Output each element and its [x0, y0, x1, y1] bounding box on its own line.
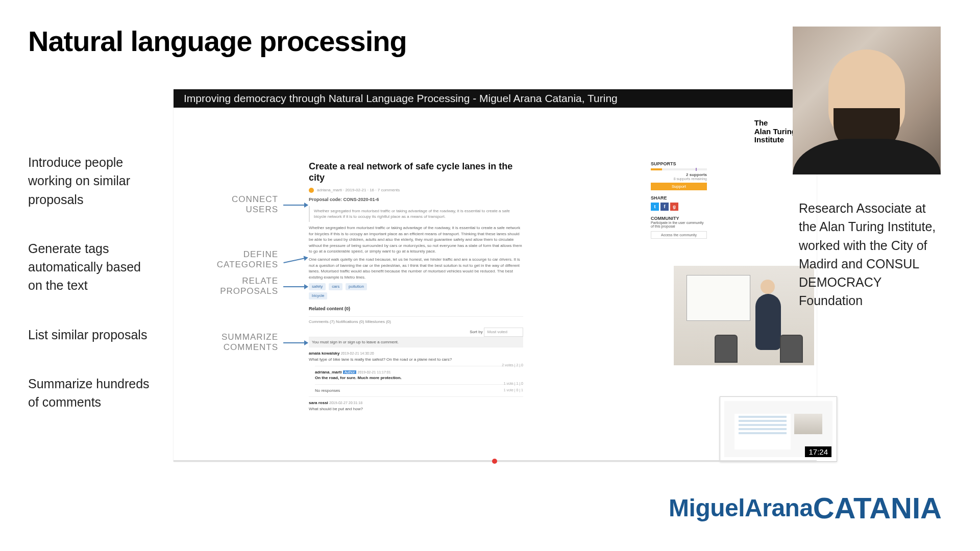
- community-label: COMMUNITY: [651, 216, 707, 221]
- proposal-paragraph: One cannot walk quietly on the road beca…: [309, 257, 523, 280]
- community-text: Participate in the user community of thi…: [651, 221, 707, 228]
- logo-line: Alan Turing: [754, 128, 796, 136]
- progress-marker: [696, 168, 697, 171]
- vote-count: 1 vote | 1 | 0: [504, 381, 523, 386]
- community-button[interactable]: Access the community: [651, 231, 707, 239]
- first-name: MiguelArana: [669, 494, 813, 521]
- support-count: 2 supports: [651, 172, 707, 177]
- tag[interactable]: bicycle: [309, 292, 327, 299]
- comment-text: What type of bike lane is really the saf…: [309, 357, 523, 363]
- support-button[interactable]: Support: [651, 183, 707, 190]
- annot-connect: CONNECT USERS: [197, 194, 278, 215]
- projector-screen: [687, 275, 750, 321]
- progress-dot-icon[interactable]: [492, 459, 497, 464]
- author-row: adriana_marti · 2019-02-21 · 16 · 7 comm…: [309, 187, 523, 193]
- avatar-icon: [309, 188, 314, 193]
- comment-date: 2019-02-21 11:17:01: [358, 370, 391, 374]
- video-progress[interactable]: [174, 460, 817, 462]
- logo-line: Institute: [754, 136, 796, 144]
- comment: sara rossi 2019-02-27 20:31:18 What shou…: [309, 396, 523, 415]
- tag[interactable]: pollution: [346, 283, 367, 290]
- comment-reply: adriana_marti Author 2019-02-21 11:17:01…: [315, 366, 523, 384]
- thumb-inset: [794, 414, 822, 434]
- progress-bar: [651, 168, 707, 170]
- bullet-2: Generate tags automatically based on the…: [28, 239, 156, 295]
- vote-count: 2 votes | 2 | 0: [502, 363, 523, 368]
- comment-date: 2019-02-21 14:30:20: [341, 352, 374, 355]
- chair: [715, 335, 738, 363]
- video-body: The Alan Turing Institute CONNECT USERS …: [174, 108, 817, 462]
- headshot-photo: [793, 27, 941, 174]
- vote-count: 1 vote | 0 | 1: [504, 388, 523, 393]
- thumb-timestamp: 17:24: [805, 446, 831, 457]
- support-remaining: 8 supports remaining: [651, 177, 707, 181]
- video-thumbnail[interactable]: 17:24: [720, 396, 837, 462]
- chair: [780, 335, 803, 363]
- sort-row: Sort by Most voted: [309, 328, 523, 337]
- annot-relate: RELATE PROPOSALS: [197, 276, 278, 296]
- speaker-figure: [755, 294, 781, 350]
- comment-author: amaia kowalsky: [309, 351, 339, 356]
- annot-summarize: SUMMARIZE COMMENTS: [197, 332, 278, 353]
- author-badge: Author: [343, 370, 357, 374]
- supports-header: SUPPORTS: [651, 161, 707, 166]
- sort-select[interactable]: Most voted: [484, 328, 523, 337]
- thumb-slide: [734, 414, 791, 449]
- bio-text: Research Associate at the Alan Turing In…: [799, 199, 942, 310]
- comment-meta: No responses: [315, 388, 340, 393]
- comment-text: On the road, for sure. Much more protect…: [315, 375, 523, 381]
- sort-label: Sort by: [470, 330, 482, 334]
- twitter-icon[interactable]: t: [651, 203, 659, 211]
- bullet-3: List similar proposals: [28, 325, 156, 344]
- related-label: Related content (0): [309, 306, 523, 312]
- speaker-name: MiguelAranaCATANIA: [669, 489, 942, 523]
- tag[interactable]: cars: [329, 283, 342, 290]
- annot-define: DEFINE CATEGORIES: [197, 249, 278, 270]
- last-name: CATANIA: [813, 491, 942, 524]
- bullet-1: Introduce people working on similar prop…: [28, 153, 156, 209]
- left-bullets: Introduce people working on similar prop…: [28, 153, 156, 411]
- tag[interactable]: safety: [309, 283, 326, 290]
- arrow-icon: [283, 205, 308, 206]
- logo-line: The: [754, 119, 796, 128]
- comment-text: What should be put and how?: [309, 406, 523, 412]
- progress-fill: [651, 168, 662, 170]
- google-icon[interactable]: g: [670, 203, 678, 211]
- comment: amaia kowalsky 2019-02-21 14:30:20 What …: [309, 347, 523, 365]
- video-embed: Improving democracy through Natural Lang…: [174, 89, 817, 462]
- supports-panel: SUPPORTS 2 supports 8 supports remaining…: [651, 161, 707, 239]
- share-label: SHARE: [651, 195, 707, 201]
- shoulders: [793, 139, 941, 174]
- turing-logo: The Alan Turing Institute: [754, 119, 796, 144]
- comment: No responses 1 vote | 0 | 1: [315, 384, 523, 397]
- slide-title: Natural language processing: [28, 24, 407, 58]
- proposal-paragraph: Whether segregated from motorised traffi…: [309, 225, 523, 255]
- speaker-inset-photo: [674, 266, 814, 365]
- proposal-quote: Whether segregated from motorised traffi…: [309, 206, 523, 222]
- comment-author: sara rossi: [309, 400, 328, 405]
- facebook-icon[interactable]: f: [660, 203, 669, 211]
- video-title-bar: Improving democracy through Natural Lang…: [174, 89, 817, 108]
- arrow-icon: [283, 257, 307, 263]
- proposal-code: Proposal code: CONS-2020-01-6: [309, 196, 523, 203]
- video-title: Improving democracy through Natural Lang…: [184, 92, 618, 105]
- proposal-heading: Create a real network of safe cycle lane…: [309, 161, 523, 183]
- comment-author: adriana_marti: [315, 370, 341, 374]
- share-row: t f g: [651, 203, 707, 211]
- bullet-4: Summarize hundreds of comments: [28, 374, 156, 412]
- proposal-panel: Create a real network of safe cycle lane…: [309, 161, 523, 415]
- tag-row: safety cars pollution: [309, 282, 523, 291]
- arrow-icon: [283, 342, 308, 343]
- comment-tabs[interactable]: Comments (7) Notifications (0) Milestone…: [309, 316, 523, 325]
- signin-prompt: You must sign in or sign up to leave a c…: [309, 337, 523, 347]
- comment-date: 2019-02-27 20:31:18: [329, 401, 362, 405]
- arrow-icon: [283, 286, 308, 287]
